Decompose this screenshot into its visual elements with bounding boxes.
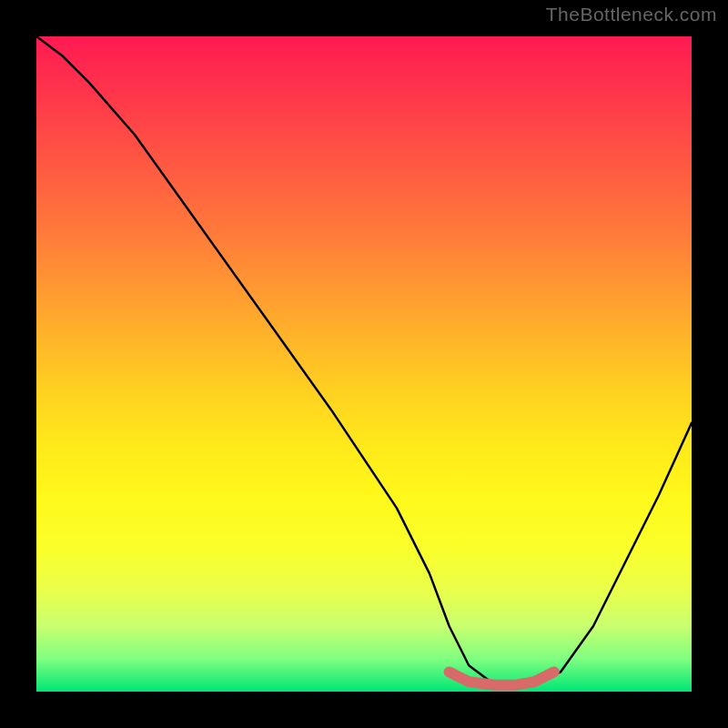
plot-area (36, 36, 692, 692)
chart-frame: TheBottleneck.com (0, 0, 728, 728)
curve-svg (36, 36, 692, 692)
watermark-text: TheBottleneck.com (546, 4, 717, 25)
optimal-highlight-path (450, 672, 554, 684)
bottleneck-curve-path (36, 36, 692, 685)
